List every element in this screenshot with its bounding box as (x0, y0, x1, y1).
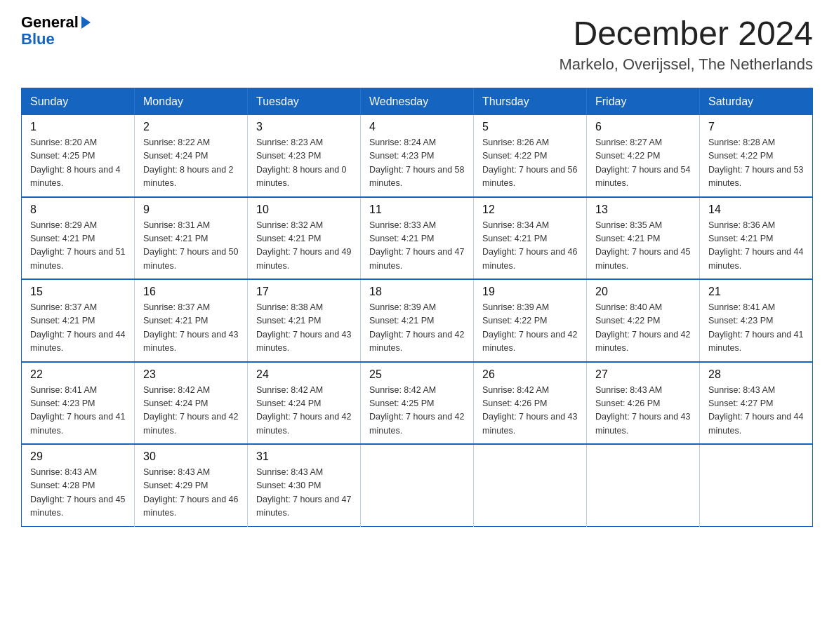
day-info: Sunrise: 8:20 AMSunset: 4:25 PMDaylight:… (30, 136, 126, 191)
day-number: 14 (708, 203, 804, 216)
day-number: 23 (143, 368, 239, 381)
day-number: 13 (595, 203, 691, 216)
title-area: December 2024 Markelo, Overijssel, The N… (559, 14, 813, 74)
day-number: 10 (256, 203, 352, 216)
month-title: December 2024 (559, 14, 813, 53)
day-number: 22 (30, 368, 126, 381)
day-number: 29 (30, 450, 126, 463)
day-info: Sunrise: 8:41 AMSunset: 4:23 PMDaylight:… (708, 301, 804, 356)
calendar-cell: 4 Sunrise: 8:24 AMSunset: 4:23 PMDayligh… (361, 115, 474, 197)
calendar-cell: 23 Sunrise: 8:42 AMSunset: 4:24 PMDaylig… (135, 362, 248, 445)
calendar-cell: 6 Sunrise: 8:27 AMSunset: 4:22 PMDayligh… (587, 115, 700, 197)
calendar-cell: 26 Sunrise: 8:42 AMSunset: 4:26 PMDaylig… (474, 362, 587, 445)
day-number: 18 (369, 286, 465, 298)
calendar-week-5: 29 Sunrise: 8:43 AMSunset: 4:28 PMDaylig… (22, 444, 813, 526)
day-info: Sunrise: 8:34 AMSunset: 4:21 PMDaylight:… (482, 219, 578, 274)
day-number: 8 (30, 203, 126, 216)
calendar-cell: 18 Sunrise: 8:39 AMSunset: 4:21 PMDaylig… (361, 279, 474, 362)
day-number: 16 (143, 286, 239, 298)
logo: General Blue (21, 14, 91, 48)
calendar-week-2: 8 Sunrise: 8:29 AMSunset: 4:21 PMDayligh… (22, 197, 813, 280)
day-info: Sunrise: 8:22 AMSunset: 4:24 PMDaylight:… (143, 136, 239, 191)
header-saturday: Saturday (700, 88, 813, 116)
day-number: 31 (256, 450, 352, 463)
calendar-cell: 30 Sunrise: 8:43 AMSunset: 4:29 PMDaylig… (135, 444, 248, 526)
day-info: Sunrise: 8:37 AMSunset: 4:21 PMDaylight:… (143, 301, 239, 356)
header-thursday: Thursday (474, 88, 587, 116)
day-number: 27 (595, 368, 691, 381)
day-number: 2 (143, 121, 239, 133)
day-number: 17 (256, 286, 352, 298)
header-monday: Monday (135, 88, 248, 116)
day-number: 11 (369, 203, 465, 216)
day-info: Sunrise: 8:39 AMSunset: 4:21 PMDaylight:… (369, 301, 465, 356)
day-info: Sunrise: 8:42 AMSunset: 4:24 PMDaylight:… (256, 384, 352, 438)
day-info: Sunrise: 8:29 AMSunset: 4:21 PMDaylight:… (30, 219, 126, 274)
day-info: Sunrise: 8:43 AMSunset: 4:30 PMDaylight:… (256, 466, 352, 521)
calendar-cell: 2 Sunrise: 8:22 AMSunset: 4:24 PMDayligh… (135, 115, 248, 197)
day-number: 5 (482, 121, 578, 133)
calendar-week-4: 22 Sunrise: 8:41 AMSunset: 4:23 PMDaylig… (22, 362, 813, 445)
calendar-cell: 16 Sunrise: 8:37 AMSunset: 4:21 PMDaylig… (135, 279, 248, 362)
day-number: 15 (30, 286, 126, 298)
day-info: Sunrise: 8:28 AMSunset: 4:22 PMDaylight:… (708, 136, 804, 191)
day-info: Sunrise: 8:42 AMSunset: 4:24 PMDaylight:… (143, 384, 239, 438)
day-info: Sunrise: 8:26 AMSunset: 4:22 PMDaylight:… (482, 136, 578, 191)
day-number: 20 (595, 286, 691, 298)
calendar-cell (474, 444, 587, 526)
calendar-cell: 9 Sunrise: 8:31 AMSunset: 4:21 PMDayligh… (135, 197, 248, 280)
calendar-cell (700, 444, 813, 526)
calendar-cell: 1 Sunrise: 8:20 AMSunset: 4:25 PMDayligh… (22, 115, 135, 197)
calendar-cell: 21 Sunrise: 8:41 AMSunset: 4:23 PMDaylig… (700, 279, 813, 362)
day-info: Sunrise: 8:41 AMSunset: 4:23 PMDaylight:… (30, 384, 126, 438)
calendar-cell: 20 Sunrise: 8:40 AMSunset: 4:22 PMDaylig… (587, 279, 700, 362)
header-friday: Friday (587, 88, 700, 116)
header-tuesday: Tuesday (248, 88, 361, 116)
calendar-table: Sunday Monday Tuesday Wednesday Thursday… (21, 88, 813, 527)
calendar-cell: 11 Sunrise: 8:33 AMSunset: 4:21 PMDaylig… (361, 197, 474, 280)
day-number: 4 (369, 121, 465, 133)
day-info: Sunrise: 8:43 AMSunset: 4:27 PMDaylight:… (708, 384, 804, 438)
calendar-cell: 12 Sunrise: 8:34 AMSunset: 4:21 PMDaylig… (474, 197, 587, 280)
logo-arrow-icon (81, 16, 91, 29)
calendar-cell: 19 Sunrise: 8:39 AMSunset: 4:22 PMDaylig… (474, 279, 587, 362)
calendar-cell: 8 Sunrise: 8:29 AMSunset: 4:21 PMDayligh… (22, 197, 135, 280)
day-info: Sunrise: 8:23 AMSunset: 4:23 PMDaylight:… (256, 136, 352, 191)
day-info: Sunrise: 8:43 AMSunset: 4:26 PMDaylight:… (595, 384, 691, 438)
calendar-cell (587, 444, 700, 526)
day-number: 25 (369, 368, 465, 381)
header: General Blue December 2024 Markelo, Over… (21, 14, 813, 74)
day-info: Sunrise: 8:43 AMSunset: 4:29 PMDaylight:… (143, 466, 239, 521)
day-info: Sunrise: 8:35 AMSunset: 4:21 PMDaylight:… (595, 219, 691, 274)
day-number: 12 (482, 203, 578, 216)
day-number: 1 (30, 121, 126, 133)
day-info: Sunrise: 8:31 AMSunset: 4:21 PMDaylight:… (143, 219, 239, 274)
calendar-cell: 7 Sunrise: 8:28 AMSunset: 4:22 PMDayligh… (700, 115, 813, 197)
day-info: Sunrise: 8:27 AMSunset: 4:22 PMDaylight:… (595, 136, 691, 191)
day-info: Sunrise: 8:40 AMSunset: 4:22 PMDaylight:… (595, 301, 691, 356)
calendar-cell: 10 Sunrise: 8:32 AMSunset: 4:21 PMDaylig… (248, 197, 361, 280)
header-wednesday: Wednesday (361, 88, 474, 116)
day-info: Sunrise: 8:37 AMSunset: 4:21 PMDaylight:… (30, 301, 126, 356)
day-info: Sunrise: 8:24 AMSunset: 4:23 PMDaylight:… (369, 136, 465, 191)
day-info: Sunrise: 8:36 AMSunset: 4:21 PMDaylight:… (708, 219, 804, 274)
day-info: Sunrise: 8:43 AMSunset: 4:28 PMDaylight:… (30, 466, 126, 521)
header-sunday: Sunday (22, 88, 135, 116)
calendar-cell: 3 Sunrise: 8:23 AMSunset: 4:23 PMDayligh… (248, 115, 361, 197)
day-number: 30 (143, 450, 239, 463)
calendar-cell: 14 Sunrise: 8:36 AMSunset: 4:21 PMDaylig… (700, 197, 813, 280)
calendar-cell: 13 Sunrise: 8:35 AMSunset: 4:21 PMDaylig… (587, 197, 700, 280)
calendar-cell: 27 Sunrise: 8:43 AMSunset: 4:26 PMDaylig… (587, 362, 700, 445)
day-info: Sunrise: 8:38 AMSunset: 4:21 PMDaylight:… (256, 301, 352, 356)
day-number: 6 (595, 121, 691, 133)
calendar-cell: 15 Sunrise: 8:37 AMSunset: 4:21 PMDaylig… (22, 279, 135, 362)
calendar-cell: 24 Sunrise: 8:42 AMSunset: 4:24 PMDaylig… (248, 362, 361, 445)
day-number: 21 (708, 286, 804, 298)
calendar-cell: 22 Sunrise: 8:41 AMSunset: 4:23 PMDaylig… (22, 362, 135, 445)
calendar-cell: 28 Sunrise: 8:43 AMSunset: 4:27 PMDaylig… (700, 362, 813, 445)
calendar-header-row: Sunday Monday Tuesday Wednesday Thursday… (22, 88, 813, 116)
calendar-cell: 5 Sunrise: 8:26 AMSunset: 4:22 PMDayligh… (474, 115, 587, 197)
day-info: Sunrise: 8:32 AMSunset: 4:21 PMDaylight:… (256, 219, 352, 274)
day-number: 7 (708, 121, 804, 133)
day-number: 26 (482, 368, 578, 381)
